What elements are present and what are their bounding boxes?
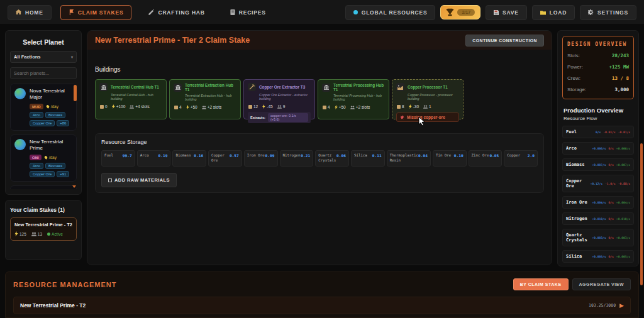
crew-value: 13 / 8	[612, 75, 629, 81]
resource-chip-silica: Silica0.11	[351, 150, 385, 167]
power-bolt-icon	[186, 105, 189, 109]
add-raw-materials-button[interactable]: ADD RAW MATERIALS	[101, 173, 177, 187]
achievements-button[interactable]: 2/17	[440, 5, 480, 19]
building-crew: 9	[283, 104, 286, 109]
fuel-rate: /day	[51, 104, 58, 109]
flow-row-biomass: Biomass +0.007/s0/s+0.007/s	[562, 158, 634, 171]
crew-label: Crew:	[567, 75, 580, 81]
resource-chip-nitrogen: Nitrogen0.21	[280, 150, 314, 167]
building-card-copper-processor[interactable]: Copper Processor T1 Copper Processor - p…	[392, 79, 464, 119]
resource-storage-panel: Resource Storage Fuel99.7 Arco0.19 Bioma…	[95, 133, 544, 193]
slots-label: Slots:	[567, 53, 580, 58]
extracts-value: copper-ore: 0.1/s (+5.6)	[268, 113, 308, 122]
nav-home-button[interactable]: HOME	[8, 5, 52, 20]
building-crew: +2 slots	[208, 105, 222, 109]
crew-icon	[31, 232, 36, 236]
nav-right-group: GLOBAL RESOURCES 2/17 SAVE LOAD SETTINGS	[345, 5, 636, 20]
expand-arrow-icon[interactable]: ▶	[619, 302, 624, 309]
main-content: New Terrestrial Prime - Tier 2 Claim Sta…	[87, 30, 552, 265]
buildings-section-title: Buildings	[95, 66, 552, 73]
by-claim-stake-button[interactable]: BY CLAIM STAKE	[513, 278, 569, 290]
storage-value: 3,000	[614, 87, 629, 92]
planet-list-scroll-down-icon[interactable]	[72, 185, 76, 188]
warning-icon	[400, 115, 404, 119]
building-card-extraction-hub[interactable]: Terrestrial Extraction Hub T1 Terrestria…	[169, 79, 241, 119]
faction-filter-value: All Factions	[14, 54, 41, 60]
global-resources-icon	[353, 10, 358, 14]
power-bolt-icon	[14, 231, 18, 236]
building-power: -45	[267, 104, 272, 109]
planet-card-nova-terrestrial-major-2[interactable]: Nova Terrestrial Major ONI /day	[10, 185, 77, 189]
planet-name: New Terrestrial Prime	[30, 139, 72, 151]
flow-row-fuel: Fuel 0/s-0.01/s-0.01/s	[562, 126, 634, 138]
power-bolt-icon	[262, 104, 265, 109]
settings-button[interactable]: SETTINGS	[580, 5, 636, 20]
resource-tag: Copper Ore	[30, 120, 55, 126]
nav-claim-stakes-button[interactable]: CLAIM STAKES	[60, 5, 132, 20]
hub-building-icon	[99, 83, 108, 91]
page-title: New Terrestrial Prime - Tier 2 Claim Sta…	[95, 36, 250, 45]
faction-filter-select[interactable]: All Factions ▾	[10, 51, 77, 63]
storage-box-icon	[100, 105, 104, 109]
storage-box-icon	[248, 105, 252, 109]
planet-icon	[14, 88, 26, 99]
planet-list[interactable]: Nova Terrestrial Major MUD /day Arco Bio…	[10, 84, 77, 189]
claim-stake-card[interactable]: New Terrestrial Prime - T2 125 13 Active	[10, 217, 77, 241]
resource-storage-title: Resource Storage	[101, 139, 538, 145]
page-scrollbar-thumb[interactable]	[640, 143, 643, 285]
planet-list-scrollbar-thumb[interactable]	[74, 85, 77, 101]
nav-recipes-label: RECIPES	[239, 9, 266, 16]
continue-construction-button[interactable]: CONTINUE CONSTRUCTION	[465, 35, 544, 47]
planet-card-new-terrestrial-prime[interactable]: New Terrestrial Prime ONI /day Arco Biom…	[10, 134, 77, 182]
building-crew: 1	[429, 104, 431, 109]
nav-crafting-hab-button[interactable]: CRAFTING HAB	[140, 5, 213, 20]
building-card-copper-ore-extractor[interactable]: Copper Ore Extractor T3 Copper Ore Extra…	[243, 79, 315, 119]
resource-flow-subtitle: Resource Flow	[564, 116, 634, 121]
aggregate-view-button[interactable]: AGGREGATE VIEW	[572, 278, 631, 290]
flow-row-arco: Arco +0.006/s0/s+0.006/s	[562, 142, 634, 155]
building-card-processing-hub[interactable]: Terrestrial Processing Hub T1 Terrestria…	[318, 79, 389, 119]
buildings-row: Terrestrial Central Hub T1 Terrestrial C…	[87, 79, 552, 119]
building-crew: +4 slots	[135, 104, 150, 109]
building-power: +100	[116, 104, 126, 109]
crew-icon	[423, 105, 428, 109]
nav-recipes-button[interactable]: RECIPES	[222, 5, 274, 20]
add-box-icon	[108, 178, 112, 182]
fuel-rate: /day	[49, 155, 57, 160]
resource-chip-zinc-ore: Zinc Ore0.05	[469, 150, 502, 167]
gear-icon	[588, 9, 594, 15]
load-button[interactable]: LOAD	[532, 5, 575, 20]
resource-tag: Arco	[30, 163, 43, 169]
power-label: Power:	[567, 64, 583, 70]
building-desc: Terrestrial Central Hub - hub building	[111, 93, 162, 101]
resource-tag: Biomass	[45, 112, 65, 118]
global-resources-button[interactable]: GLOBAL RESOURCES	[345, 5, 436, 20]
mouse-cursor	[418, 116, 426, 126]
claim-stakes-title: Your Claim Stakes (1)	[10, 207, 77, 213]
recipes-book-icon	[230, 9, 235, 15]
resource-management-title: RESOURCE MANAGEMENT	[13, 281, 116, 288]
processor-factory-icon	[396, 83, 404, 91]
building-card-central-hub[interactable]: Terrestrial Central Hub T1 Terrestrial C…	[95, 79, 167, 119]
slots-value: 28/243	[612, 53, 629, 58]
claim-stake-header: New Terrestrial Prime - Tier 2 Claim Sta…	[87, 31, 552, 50]
save-button[interactable]: SAVE	[486, 5, 527, 20]
resource-chip-thermoplastic-resin: Thermoplastic Resin0.04	[387, 150, 431, 167]
right-panel: DESIGN OVERVIEW Slots:28/243 Power:+125 …	[557, 30, 639, 266]
global-resources-label: GLOBAL RESOURCES	[362, 9, 428, 16]
power-value: +125 MW	[609, 64, 629, 70]
power-bolt-icon	[112, 104, 115, 109]
planet-card-nova-terrestrial-major-1[interactable]: Nova Terrestrial Major MUD /day Arco Bio…	[10, 84, 77, 131]
crew-icon	[130, 105, 134, 109]
claim-stake-crew: 13	[38, 232, 42, 236]
summary-row-name: New Terrestrial Prime - T2	[20, 302, 86, 309]
building-storage: 8	[402, 104, 404, 109]
settings-label: SETTINGS	[597, 9, 628, 16]
trophy-icon	[446, 8, 454, 16]
crew-icon	[350, 106, 355, 109]
planet-search-input[interactable]	[10, 67, 77, 79]
claim-stake-summary-row[interactable]: New Terrestrial Prime - T2 103.25/3000 ▶	[13, 297, 631, 314]
power-bolt-icon	[409, 104, 412, 109]
top-nav: HOME CLAIM STAKES CRAFTING HAB RECIPES G…	[0, 0, 644, 25]
building-crew: +2 slots	[356, 105, 370, 109]
